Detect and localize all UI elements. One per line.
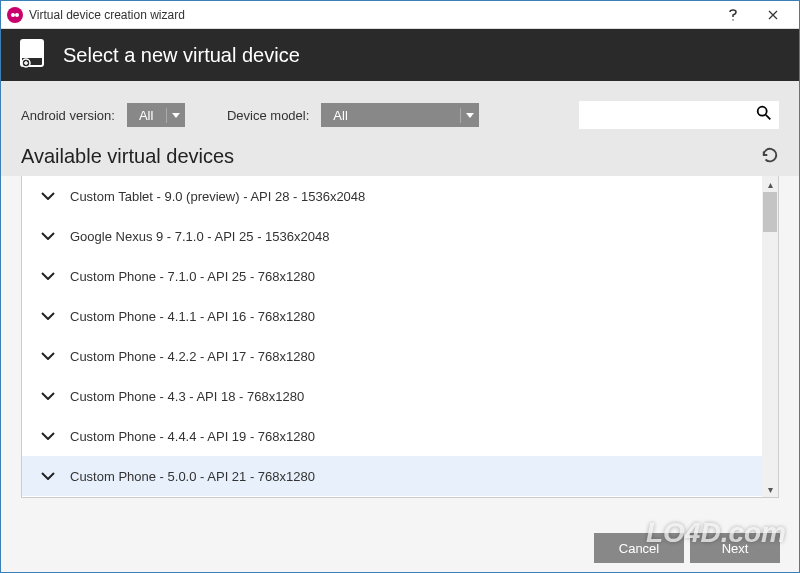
device-label: Custom Phone - 7.1.0 - API 25 - 768x1280 (60, 269, 315, 284)
chevron-down-icon (36, 392, 60, 400)
search-box[interactable] (579, 101, 779, 129)
chevron-down-icon (36, 352, 60, 360)
device-model-select[interactable]: All (321, 103, 479, 127)
svg-point-2 (732, 19, 733, 20)
filter-bar: Android version: All Device model: All (1, 81, 799, 139)
window-titlebar: Virtual device creation wizard (1, 1, 799, 29)
add-device-icon (17, 38, 47, 72)
help-button[interactable] (713, 1, 753, 29)
svg-point-6 (758, 107, 767, 116)
chevron-down-icon (36, 232, 60, 240)
device-row[interactable]: Custom Tablet - 9.0 (preview) - API 28 -… (22, 176, 762, 216)
device-label: Custom Tablet - 9.0 (preview) - API 28 -… (60, 189, 365, 204)
chevron-down-icon (36, 312, 60, 320)
section-title: Available virtual devices (21, 145, 234, 168)
wizard-header: Select a new virtual device (1, 29, 799, 81)
scrollbar[interactable]: ▴ ▾ (762, 176, 778, 497)
device-label: Custom Phone - 4.1.1 - API 16 - 768x1280 (60, 309, 315, 324)
device-row[interactable]: Custom Phone - 4.1.1 - API 16 - 768x1280 (22, 296, 762, 336)
android-version-label: Android version: (21, 108, 115, 123)
device-model-label: Device model: (227, 108, 309, 123)
scroll-up-button[interactable]: ▴ (762, 176, 778, 192)
wizard-title: Select a new virtual device (63, 44, 300, 67)
device-row[interactable]: Custom Phone - 4.3 - API 18 - 768x1280 (22, 376, 762, 416)
search-input[interactable] (585, 108, 755, 123)
cancel-button[interactable]: Cancel (594, 533, 684, 563)
device-label: Custom Phone - 5.0.0 - API 21 - 768x1280 (60, 469, 315, 484)
chevron-down-icon (167, 113, 185, 118)
device-label: Custom Phone - 4.3 - API 18 - 768x1280 (60, 389, 304, 404)
device-label: Custom Phone - 4.2.2 - API 17 - 768x1280 (60, 349, 315, 364)
chevron-down-icon (36, 472, 60, 480)
svg-rect-4 (21, 40, 43, 58)
android-version-select[interactable]: All (127, 103, 185, 127)
device-row[interactable]: Custom Phone - 5.0.0 - API 21 - 768x1280 (22, 456, 762, 496)
app-icon (7, 7, 23, 23)
device-list: Custom Tablet - 9.0 (preview) - API 28 -… (21, 176, 779, 498)
chevron-down-icon (36, 192, 60, 200)
device-row[interactable]: Custom Phone - 4.2.2 - API 17 - 768x1280 (22, 336, 762, 376)
chevron-down-icon (461, 113, 479, 118)
svg-point-0 (11, 13, 15, 17)
wizard-footer: Cancel Next (588, 533, 780, 563)
device-row[interactable]: Google Nexus 9 - 7.1.0 - API 25 - 1536x2… (22, 216, 762, 256)
next-button[interactable]: Next (690, 533, 780, 563)
device-label: Google Nexus 9 - 7.1.0 - API 25 - 1536x2… (60, 229, 329, 244)
device-row[interactable]: Custom Phone - 4.4.4 - API 19 - 768x1280 (22, 416, 762, 456)
device-row[interactable]: Custom Phone - 7.1.0 - API 25 - 768x1280 (22, 256, 762, 296)
scroll-down-button[interactable]: ▾ (762, 481, 778, 497)
refresh-button[interactable] (761, 146, 779, 168)
svg-point-1 (15, 13, 19, 17)
scrollbar-track[interactable] (762, 192, 778, 481)
window-title: Virtual device creation wizard (29, 8, 713, 22)
close-button[interactable] (753, 1, 793, 29)
device-model-value: All (321, 108, 461, 123)
scrollbar-thumb[interactable] (763, 192, 777, 232)
android-version-value: All (127, 108, 167, 123)
device-label: Custom Phone - 4.4.4 - API 19 - 768x1280 (60, 429, 315, 444)
chevron-down-icon (36, 272, 60, 280)
search-icon (755, 104, 773, 126)
section-header: Available virtual devices (1, 139, 799, 176)
chevron-down-icon (36, 432, 60, 440)
